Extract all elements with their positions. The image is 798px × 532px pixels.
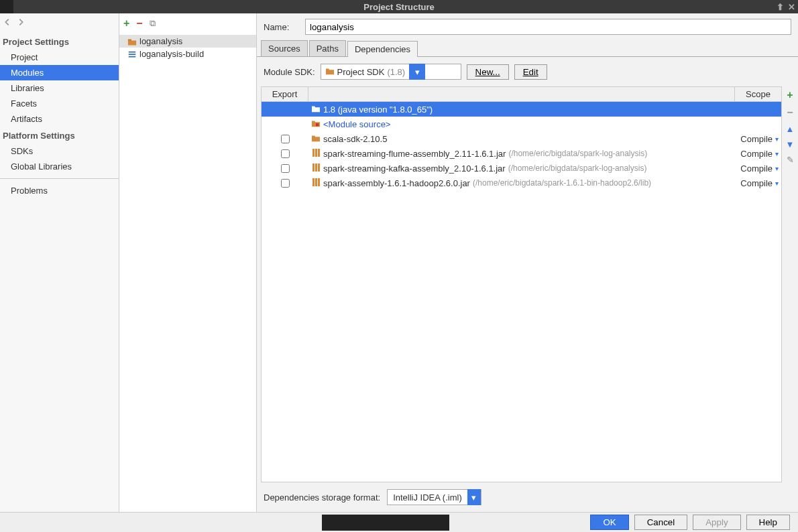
dep-row[interactable]: <Module source> bbox=[262, 117, 781, 131]
move-down-icon[interactable]: ▼ bbox=[786, 139, 795, 149]
storage-format-select[interactable]: IntelliJ IDEA (.iml) ▾ bbox=[387, 489, 481, 505]
taskbar-fragment bbox=[322, 515, 449, 531]
chevron-down-icon[interactable]: ▾ bbox=[775, 150, 779, 157]
chevron-down-icon[interactable]: ▾ bbox=[775, 180, 779, 187]
edit-dep-icon[interactable]: ✎ bbox=[787, 155, 794, 165]
sidebar-item-facets[interactable]: Facets bbox=[0, 96, 119, 111]
dep-row[interactable]: 1.8 (java version "1.8.0_65") bbox=[262, 102, 781, 117]
nav-back-icon[interactable] bbox=[3, 17, 12, 29]
sidebar-item-modules[interactable]: Modules bbox=[0, 65, 119, 80]
dep-row[interactable]: spark-streaming-kafka-assembly_2.10-1.6.… bbox=[262, 161, 781, 176]
jar-icon bbox=[311, 148, 321, 159]
tab-sources[interactable]: Sources bbox=[261, 40, 308, 56]
svg-rect-5 bbox=[312, 163, 315, 172]
scala-icon bbox=[127, 50, 137, 58]
add-dep-icon[interactable]: + bbox=[787, 89, 793, 101]
tab-dependencies[interactable]: Dependencies bbox=[347, 41, 418, 57]
sidebar-item-global-libraries[interactable]: Global Libraries bbox=[0, 159, 119, 174]
dropdown-arrow-icon: ▾ bbox=[409, 64, 425, 80]
deps-table-header: Export Scope bbox=[262, 87, 781, 102]
dep-name: <Module source> bbox=[323, 119, 390, 129]
dep-name: 1.8 (java version "1.8.0_65") bbox=[323, 105, 433, 115]
dep-row[interactable]: spark-assembly-1.6.1-hadoop2.6.0.jar (/h… bbox=[262, 176, 781, 190]
tab-paths[interactable]: Paths bbox=[309, 40, 346, 56]
tree-item-label: loganalysis bbox=[139, 36, 182, 46]
dep-name: spark-assembly-1.6.1-hadoop2.6.0.jar bbox=[323, 178, 470, 188]
module-sdk-select[interactable]: Project SDK (1.8) ▾ bbox=[321, 64, 461, 80]
edit-sdk-button[interactable]: Edit bbox=[514, 64, 547, 80]
app-icon bbox=[0, 0, 13, 13]
tree-item-loganalysis-build[interactable]: loganalysis-build bbox=[119, 48, 256, 60]
library-icon bbox=[311, 134, 321, 144]
dep-path: (/home/eric/bigdata/spark-log-analysis) bbox=[508, 149, 647, 158]
dep-row[interactable]: scala-sdk-2.10.5Compile▾ bbox=[262, 131, 781, 146]
help-button[interactable]: Help bbox=[746, 515, 790, 530]
svg-rect-4 bbox=[318, 149, 320, 157]
svg-rect-3 bbox=[315, 149, 317, 157]
sdk-suffix: (1.8) bbox=[387, 67, 405, 77]
apply-button[interactable]: Apply bbox=[693, 515, 740, 530]
tree-item-label: loganalysis-build bbox=[139, 49, 204, 59]
sidebar-item-libraries[interactable]: Libraries bbox=[0, 80, 119, 96]
chevron-down-icon[interactable]: ▾ bbox=[775, 135, 779, 143]
scope-value[interactable]: Compile bbox=[740, 134, 773, 144]
restore-icon[interactable]: ⬆ bbox=[777, 2, 784, 12]
dep-row[interactable]: spark-streaming-flume-assembly_2.11-1.6.… bbox=[262, 146, 781, 161]
export-checkbox[interactable] bbox=[281, 135, 290, 143]
dep-name: spark-streaming-flume-assembly_2.11-1.6.… bbox=[323, 149, 506, 159]
sidebar-item-project[interactable]: Project bbox=[0, 50, 119, 65]
jar-icon bbox=[311, 178, 321, 189]
scope-value[interactable]: Compile bbox=[740, 149, 773, 159]
jar-icon bbox=[311, 163, 321, 174]
settings-sidebar: Project Settings Project Modules Librari… bbox=[0, 13, 119, 512]
new-sdk-button[interactable]: New... bbox=[467, 64, 509, 80]
scope-value[interactable]: Compile bbox=[740, 163, 773, 174]
dialog-footer: OK Cancel Apply Help bbox=[0, 512, 798, 532]
col-name bbox=[308, 87, 734, 101]
cancel-button[interactable]: Cancel bbox=[634, 515, 688, 530]
svg-rect-0 bbox=[128, 39, 131, 40]
nav-forward-icon[interactable] bbox=[16, 17, 25, 29]
dep-path: (/home/eric/bigdata/spark-log-analysis) bbox=[508, 163, 647, 173]
divider bbox=[0, 178, 119, 179]
sidebar-item-artifacts[interactable]: Artifacts bbox=[0, 111, 119, 127]
svg-rect-9 bbox=[315, 178, 317, 186]
col-scope[interactable]: Scope bbox=[734, 87, 781, 101]
sidebar-item-problems[interactable]: Problems bbox=[0, 183, 119, 198]
add-module-icon[interactable]: + bbox=[123, 17, 129, 29]
dep-name: spark-streaming-kafka-assembly_2.10-1.6.… bbox=[323, 163, 506, 174]
folder-icon bbox=[311, 105, 321, 115]
export-checkbox[interactable] bbox=[281, 149, 290, 158]
close-icon[interactable]: ✕ bbox=[788, 2, 795, 12]
ok-button[interactable]: OK bbox=[590, 515, 628, 530]
copy-module-icon[interactable]: ⧉ bbox=[150, 18, 156, 29]
dep-name: scala-sdk-2.10.5 bbox=[323, 134, 387, 144]
svg-rect-6 bbox=[315, 163, 317, 172]
dependencies-table: Export Scope 1.8 (java version "1.8.0_65… bbox=[261, 86, 782, 482]
dropdown-arrow-icon: ▾ bbox=[467, 489, 481, 505]
move-up-icon[interactable]: ▲ bbox=[786, 124, 795, 134]
folder-icon bbox=[325, 67, 335, 77]
export-checkbox[interactable] bbox=[281, 179, 290, 188]
svg-rect-10 bbox=[318, 178, 320, 186]
col-export[interactable]: Export bbox=[262, 87, 308, 101]
module-detail-panel: Name: Sources Paths Dependencies Module … bbox=[257, 13, 798, 512]
sidebar-item-sdks[interactable]: SDKs bbox=[0, 143, 119, 159]
module-sdk-label: Module SDK: bbox=[264, 67, 315, 77]
module-tree-panel: + − ⧉ loganalysis loganalysis-build bbox=[119, 13, 257, 512]
source-folder-icon bbox=[311, 119, 321, 129]
remove-dep-icon[interactable]: − bbox=[787, 107, 793, 119]
svg-rect-1 bbox=[316, 123, 319, 126]
project-settings-header: Project Settings bbox=[0, 33, 119, 50]
scope-value[interactable]: Compile bbox=[740, 178, 773, 188]
remove-module-icon[interactable]: − bbox=[136, 17, 142, 29]
tree-item-loganalysis[interactable]: loganalysis bbox=[119, 35, 256, 48]
dep-path: (/home/eric/bigdata/spark-1.6.1-bin-hado… bbox=[473, 178, 651, 188]
export-checkbox[interactable] bbox=[281, 164, 290, 173]
window-title: Project Structure bbox=[363, 2, 434, 12]
chevron-down-icon[interactable]: ▾ bbox=[775, 165, 779, 172]
name-input[interactable] bbox=[305, 19, 791, 35]
title-bar: Project Structure ⬆ ✕ bbox=[0, 0, 798, 13]
sdk-value: Project SDK bbox=[337, 67, 385, 77]
platform-settings-header: Platform Settings bbox=[0, 127, 119, 143]
